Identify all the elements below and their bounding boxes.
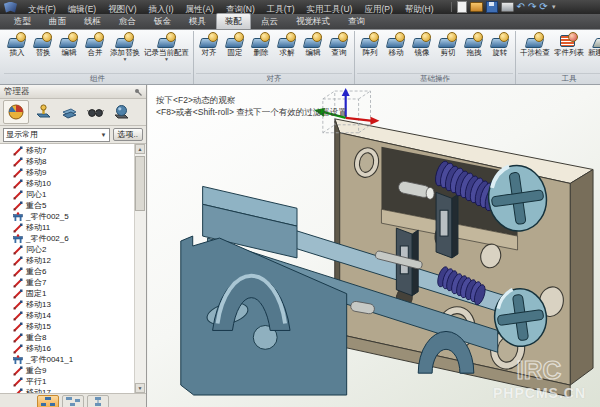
tree-filter-value: 显示常用 xyxy=(6,129,38,140)
move-icon xyxy=(385,32,407,48)
ribbon-tab-4[interactable]: 钣金 xyxy=(146,14,179,29)
ribbon-tab-1[interactable]: 曲面 xyxy=(41,14,74,29)
ribbon-button-cut[interactable]: 剪切 xyxy=(435,31,461,57)
pin-icon[interactable] xyxy=(134,88,142,96)
main-area: 管理器 显示常用 ▼ 选项.. 移动7移动8移动9移动10同心1重合5_零件00… xyxy=(0,85,600,407)
new-file-icon[interactable] xyxy=(457,1,467,13)
ribbon-group-1: 对齐固定删除求解编辑查询对齐 xyxy=(194,31,355,84)
ribbon-tab-2[interactable]: 线框 xyxy=(76,14,109,29)
ribbon-tab-6[interactable]: 装配 xyxy=(216,13,251,29)
watermark-logo: IRC xyxy=(504,355,574,385)
ribbon-group-label: 工具 xyxy=(518,73,600,84)
insert-component-icon xyxy=(6,32,28,48)
replace-component-icon xyxy=(32,32,54,48)
align-icon xyxy=(198,32,220,48)
assembly-tab-icon[interactable] xyxy=(31,101,55,123)
interference-check-icon xyxy=(524,32,546,48)
tree-layout-button-1[interactable] xyxy=(37,395,59,407)
chevron-down-icon: ▼ xyxy=(101,132,107,138)
chevron-down-icon[interactable]: ▼ xyxy=(551,4,557,10)
svg-text:IRC: IRC xyxy=(517,355,562,385)
viewport[interactable]: 按下<F2>动态的观察<F8>或者<Shift-roll> 查找下一个有效的过滤… xyxy=(147,85,600,407)
refresh-icon[interactable]: ⟳ xyxy=(539,2,547,12)
ribbon-button-align[interactable]: 对齐 xyxy=(196,31,222,57)
tree-layout-buttons xyxy=(0,393,146,407)
ribbon-button-edit-constraint[interactable]: 编辑 xyxy=(300,31,326,57)
ribbon-button-move[interactable]: 移动 xyxy=(383,31,409,57)
ribbon-button-inquire-constraint[interactable]: 查询 xyxy=(326,31,352,57)
menu-item-9[interactable]: 帮助(H) xyxy=(399,3,440,15)
ribbon-toolbar: 插入替换编辑合并添加替换▼记录当前配置▼组件对齐固定删除求解编辑查询对齐阵列移动… xyxy=(0,30,600,85)
scroll-thumb[interactable] xyxy=(135,156,145,211)
rotate-icon xyxy=(489,32,511,48)
ribbon-tab-7[interactable]: 点云 xyxy=(253,14,286,29)
ribbon-button-interference-check[interactable]: 干涉检查 xyxy=(518,31,552,57)
tree-filter-select[interactable]: 显示常用 ▼ xyxy=(3,128,110,142)
cut-icon xyxy=(437,32,459,48)
ribbon-button-solve[interactable]: 求解 xyxy=(274,31,300,57)
separator xyxy=(451,2,452,12)
ribbon-button-merge[interactable]: 合并 xyxy=(82,31,108,57)
chevron-down-icon: ▼ xyxy=(123,57,128,62)
ribbon-group-buttons: 对齐固定删除求解编辑查询 xyxy=(196,31,352,72)
fix-icon xyxy=(224,32,246,48)
layers-tab-icon[interactable] xyxy=(57,101,81,123)
ribbon-button-rotate[interactable]: 旋转 xyxy=(487,31,513,57)
ribbon-tab-5[interactable]: 模具 xyxy=(181,14,214,29)
manager-panel-title: 管理器 xyxy=(4,86,30,98)
ribbon-tab-9[interactable]: 查询 xyxy=(340,14,373,29)
assembly-tree: 移动7移动8移动9移动10同心1重合5_零件002_5移动11_零件002_6同… xyxy=(0,143,146,393)
ribbon-button-new-animation[interactable]: 新建动画▼ xyxy=(586,31,600,62)
visualize-tab-icon[interactable] xyxy=(83,101,107,123)
ribbon-button-add-replace[interactable]: 添加替换▼ xyxy=(108,31,142,62)
options-button[interactable]: 选项.. xyxy=(113,128,143,141)
tree-layout-button-3[interactable] xyxy=(87,395,109,407)
ribbon-button-replace-component[interactable]: 替换 xyxy=(30,31,56,57)
ribbon-group-label: 组件 xyxy=(4,73,191,84)
ribbon-button-delete-constraint[interactable]: 删除 xyxy=(248,31,274,57)
shape-tab-icon[interactable] xyxy=(109,101,133,123)
ribbon-button-fix[interactable]: 固定 xyxy=(222,31,248,57)
ribbon-button-mirror[interactable]: 镜像 xyxy=(409,31,435,57)
manager-panel: 管理器 显示常用 ▼ 选项.. 移动7移动8移动9移动10同心1重合5_零件00… xyxy=(0,85,147,407)
tree-item-constraint[interactable]: 移动17 xyxy=(0,387,135,393)
ribbon-tab-0[interactable]: 造型 xyxy=(6,14,39,29)
tree-scrollbar[interactable]: ▲ ▼ xyxy=(134,144,146,393)
assembly-tree-rows: 移动7移动8移动9移动10同心1重合5_零件002_5移动11_零件002_6同… xyxy=(0,145,135,393)
ribbon-button-drag[interactable]: 拖拽 xyxy=(461,31,487,57)
ribbon-button-record-config[interactable]: 记录当前配置▼ xyxy=(142,31,191,62)
pattern-icon xyxy=(359,32,381,48)
ribbon-tab-3[interactable]: 愈合 xyxy=(111,14,144,29)
open-folder-icon[interactable] xyxy=(470,2,483,12)
watermark: IRC PHPCMS.CN xyxy=(493,355,586,401)
ribbon-button-edit-component[interactable]: 编辑 xyxy=(56,31,82,57)
undo-icon[interactable]: ↶ xyxy=(517,2,525,12)
ribbon-group-buttons: 干涉检查零件列表新建动画▼ xyxy=(518,31,600,72)
tree-layout-button-2[interactable] xyxy=(62,395,84,407)
watermark-site: PHPCMS.CN xyxy=(493,385,586,401)
ribbon-button-part-list[interactable]: 零件列表 xyxy=(552,31,586,57)
menu-bar: 文件(F)编辑(E)视图(V)插入(I)属性(A)查询(N)工具(T)实用工具(… xyxy=(0,0,600,14)
manager-tab-strip xyxy=(0,99,146,126)
history-tab-icon[interactable] xyxy=(3,100,29,124)
chevron-down-icon: ▼ xyxy=(164,57,169,62)
app-logo-icon xyxy=(4,2,17,13)
ribbon-group-buttons: 插入替换编辑合并添加替换▼记录当前配置▼ xyxy=(4,31,191,72)
ribbon-button-insert-component[interactable]: 插入 xyxy=(4,31,30,57)
tree-filter-row: 显示常用 ▼ 选项.. xyxy=(0,126,146,143)
ribbon-group-3: 干涉检查零件列表新建动画▼工具 xyxy=(516,31,600,84)
quick-access-toolbar: ↶↷⟳▼ xyxy=(449,1,557,13)
solve-icon xyxy=(276,32,298,48)
redo-icon[interactable]: ↷ xyxy=(528,2,536,12)
ribbon-group-2: 阵列移动镜像剪切拖拽旋转基础操作 xyxy=(355,31,516,84)
merge-icon xyxy=(84,32,106,48)
mirror-icon xyxy=(411,32,433,48)
scroll-up-arrow[interactable]: ▲ xyxy=(135,144,145,154)
ribbon-tab-8[interactable]: 视觉样式 xyxy=(288,14,338,29)
constraint-icon xyxy=(13,384,23,394)
scroll-down-arrow[interactable]: ▼ xyxy=(135,383,145,393)
save-icon[interactable] xyxy=(486,1,498,13)
new-animation-icon xyxy=(592,32,600,48)
ribbon-button-pattern[interactable]: 阵列 xyxy=(357,31,383,57)
print-icon[interactable] xyxy=(501,2,514,12)
